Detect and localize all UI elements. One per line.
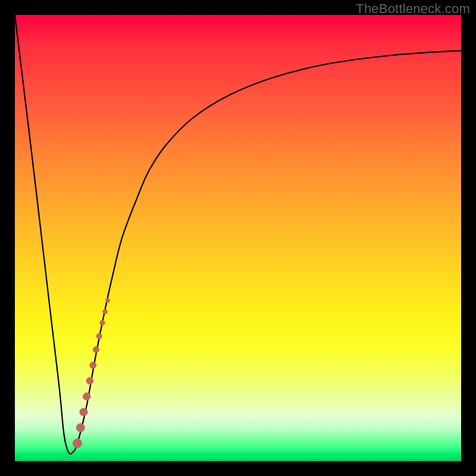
plot-area — [15, 15, 461, 461]
highlight-dot — [90, 362, 96, 368]
highlight-dot — [103, 309, 108, 314]
highlight-dot — [96, 333, 102, 339]
watermark-text: TheBottleneck.com — [356, 1, 470, 17]
highlight-dot — [83, 393, 90, 400]
highlight-dot — [73, 439, 82, 448]
chart-frame: TheBottleneck.com — [0, 0, 476, 476]
highlight-dot — [80, 408, 87, 416]
highlight-dot — [106, 299, 110, 303]
highlight-dot — [93, 347, 99, 353]
bottleneck-curve — [15, 15, 461, 454]
highlight-dot — [86, 377, 93, 384]
highlight-dot — [100, 320, 105, 325]
curve-layer — [15, 15, 461, 461]
highlight-dots — [73, 299, 110, 448]
highlight-dot — [76, 424, 84, 432]
